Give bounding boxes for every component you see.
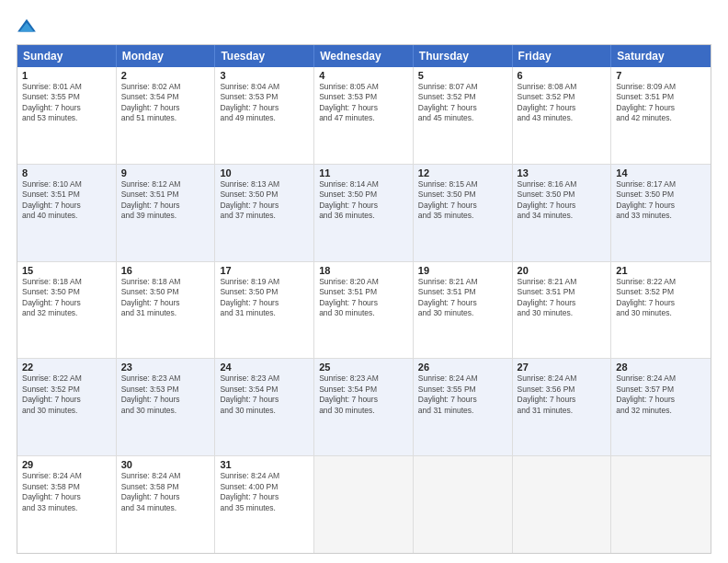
day-number: 16 bbox=[121, 265, 210, 276]
day-info: Sunrise: 8:23 AMSunset: 3:54 PMDaylight:… bbox=[319, 373, 408, 416]
weekday-header: Thursday bbox=[414, 45, 513, 67]
day-number: 5 bbox=[418, 70, 507, 81]
day-info: Sunrise: 8:24 AMSunset: 3:56 PMDaylight:… bbox=[518, 373, 607, 416]
day-info: Sunrise: 8:08 AMSunset: 3:52 PMDaylight:… bbox=[518, 82, 607, 124]
day-info: Sunrise: 8:16 AMSunset: 3:50 PMDaylight:… bbox=[518, 179, 607, 222]
weekday-header: Tuesday bbox=[215, 45, 314, 67]
calendar-cell: 23Sunrise: 8:23 AMSunset: 3:53 PMDayligh… bbox=[117, 359, 216, 455]
calendar-cell: 13Sunrise: 8:16 AMSunset: 3:50 PMDayligh… bbox=[513, 165, 612, 261]
day-info: Sunrise: 8:18 AMSunset: 3:50 PMDaylight:… bbox=[22, 277, 111, 319]
day-info: Sunrise: 8:21 AMSunset: 3:51 PMDaylight:… bbox=[518, 277, 607, 319]
day-number: 8 bbox=[22, 167, 111, 178]
day-info: Sunrise: 8:13 AMSunset: 3:50 PMDaylight:… bbox=[220, 179, 309, 222]
day-info: Sunrise: 8:12 AMSunset: 3:51 PMDaylight:… bbox=[121, 179, 210, 222]
calendar-cell: 22Sunrise: 8:22 AMSunset: 3:52 PMDayligh… bbox=[17, 359, 117, 455]
calendar-header: SundayMondayTuesdayWednesdayThursdayFrid… bbox=[17, 45, 711, 67]
day-number: 7 bbox=[616, 70, 706, 81]
calendar-cell: 17Sunrise: 8:19 AMSunset: 3:50 PMDayligh… bbox=[215, 262, 314, 359]
calendar-row: 22Sunrise: 8:22 AMSunset: 3:52 PMDayligh… bbox=[17, 358, 711, 455]
weekday-header: Wednesday bbox=[314, 45, 414, 67]
calendar-cell: 10Sunrise: 8:13 AMSunset: 3:50 PMDayligh… bbox=[215, 165, 314, 261]
day-number: 11 bbox=[319, 167, 408, 178]
calendar-cell: 30Sunrise: 8:24 AMSunset: 3:58 PMDayligh… bbox=[117, 456, 216, 553]
day-info: Sunrise: 8:24 AMSunset: 3:57 PMDaylight:… bbox=[616, 373, 706, 416]
day-number: 15 bbox=[22, 265, 111, 276]
day-info: Sunrise: 8:05 AMSunset: 3:53 PMDaylight:… bbox=[319, 82, 408, 124]
calendar-row: 29Sunrise: 8:24 AMSunset: 3:58 PMDayligh… bbox=[17, 455, 711, 553]
calendar-cell: 19Sunrise: 8:21 AMSunset: 3:51 PMDayligh… bbox=[414, 262, 513, 359]
calendar-cell: 6Sunrise: 8:08 AMSunset: 3:52 PMDaylight… bbox=[513, 67, 612, 164]
day-number: 21 bbox=[616, 265, 706, 276]
calendar-cell: 14Sunrise: 8:17 AMSunset: 3:50 PMDayligh… bbox=[611, 165, 711, 261]
day-number: 4 bbox=[319, 70, 408, 81]
calendar-body: 1Sunrise: 8:01 AMSunset: 3:55 PMDaylight… bbox=[17, 67, 711, 553]
calendar-cell: 24Sunrise: 8:23 AMSunset: 3:54 PMDayligh… bbox=[215, 359, 314, 455]
calendar-cell: 25Sunrise: 8:23 AMSunset: 3:54 PMDayligh… bbox=[314, 359, 414, 455]
day-number: 13 bbox=[518, 167, 607, 178]
day-info: Sunrise: 8:01 AMSunset: 3:55 PMDaylight:… bbox=[22, 82, 111, 124]
calendar-cell: 21Sunrise: 8:22 AMSunset: 3:52 PMDayligh… bbox=[611, 262, 711, 359]
header bbox=[17, 17, 711, 37]
calendar-cell: 1Sunrise: 8:01 AMSunset: 3:55 PMDaylight… bbox=[17, 67, 117, 164]
day-info: Sunrise: 8:02 AMSunset: 3:54 PMDaylight:… bbox=[121, 82, 210, 124]
day-number: 1 bbox=[22, 70, 111, 81]
day-info: Sunrise: 8:20 AMSunset: 3:51 PMDaylight:… bbox=[319, 277, 408, 319]
day-info: Sunrise: 8:07 AMSunset: 3:52 PMDaylight:… bbox=[418, 82, 507, 124]
day-info: Sunrise: 8:17 AMSunset: 3:50 PMDaylight:… bbox=[616, 179, 706, 222]
day-info: Sunrise: 8:09 AMSunset: 3:51 PMDaylight:… bbox=[616, 82, 706, 124]
day-number: 30 bbox=[121, 459, 210, 470]
calendar-cell: 5Sunrise: 8:07 AMSunset: 3:52 PMDaylight… bbox=[414, 67, 513, 164]
day-number: 26 bbox=[418, 362, 507, 373]
day-number: 2 bbox=[121, 70, 210, 81]
day-info: Sunrise: 8:24 AMSunset: 3:58 PMDaylight:… bbox=[22, 471, 111, 513]
calendar: SundayMondayTuesdayWednesdayThursdayFrid… bbox=[17, 44, 711, 554]
day-number: 19 bbox=[418, 265, 507, 276]
calendar-cell: 3Sunrise: 8:04 AMSunset: 3:53 PMDaylight… bbox=[215, 67, 314, 164]
day-number: 28 bbox=[616, 362, 706, 373]
calendar-cell: 4Sunrise: 8:05 AMSunset: 3:53 PMDaylight… bbox=[314, 67, 414, 164]
weekday-header: Monday bbox=[117, 45, 216, 67]
day-number: 20 bbox=[518, 265, 607, 276]
calendar-cell: 18Sunrise: 8:20 AMSunset: 3:51 PMDayligh… bbox=[314, 262, 414, 359]
day-info: Sunrise: 8:10 AMSunset: 3:51 PMDaylight:… bbox=[22, 179, 111, 222]
weekday-header: Saturday bbox=[611, 45, 711, 67]
day-info: Sunrise: 8:24 AMSunset: 4:00 PMDaylight:… bbox=[220, 471, 309, 513]
day-info: Sunrise: 8:22 AMSunset: 3:52 PMDaylight:… bbox=[22, 373, 111, 416]
day-number: 23 bbox=[121, 362, 210, 373]
page: SundayMondayTuesdayWednesdayThursdayFrid… bbox=[0, 0, 728, 563]
day-number: 22 bbox=[22, 362, 111, 373]
day-number: 6 bbox=[518, 70, 607, 81]
day-number: 27 bbox=[518, 362, 607, 373]
day-info: Sunrise: 8:15 AMSunset: 3:50 PMDaylight:… bbox=[418, 179, 507, 222]
calendar-cell-empty bbox=[611, 456, 711, 553]
calendar-cell: 12Sunrise: 8:15 AMSunset: 3:50 PMDayligh… bbox=[414, 165, 513, 261]
calendar-row: 1Sunrise: 8:01 AMSunset: 3:55 PMDaylight… bbox=[17, 67, 711, 164]
calendar-cell: 26Sunrise: 8:24 AMSunset: 3:55 PMDayligh… bbox=[414, 359, 513, 455]
calendar-cell-empty bbox=[314, 456, 414, 553]
day-number: 25 bbox=[319, 362, 408, 373]
calendar-cell: 28Sunrise: 8:24 AMSunset: 3:57 PMDayligh… bbox=[611, 359, 711, 455]
calendar-cell: 29Sunrise: 8:24 AMSunset: 3:58 PMDayligh… bbox=[17, 456, 117, 553]
calendar-cell: 8Sunrise: 8:10 AMSunset: 3:51 PMDaylight… bbox=[17, 165, 117, 261]
day-info: Sunrise: 8:21 AMSunset: 3:51 PMDaylight:… bbox=[418, 277, 507, 319]
calendar-cell: 15Sunrise: 8:18 AMSunset: 3:50 PMDayligh… bbox=[17, 262, 117, 359]
day-number: 14 bbox=[616, 167, 706, 178]
calendar-row: 8Sunrise: 8:10 AMSunset: 3:51 PMDaylight… bbox=[17, 164, 711, 261]
calendar-cell: 27Sunrise: 8:24 AMSunset: 3:56 PMDayligh… bbox=[513, 359, 612, 455]
weekday-header: Sunday bbox=[17, 45, 117, 67]
day-number: 18 bbox=[319, 265, 408, 276]
calendar-row: 15Sunrise: 8:18 AMSunset: 3:50 PMDayligh… bbox=[17, 261, 711, 359]
day-number: 24 bbox=[220, 362, 309, 373]
day-info: Sunrise: 8:04 AMSunset: 3:53 PMDaylight:… bbox=[220, 82, 309, 124]
calendar-cell: 31Sunrise: 8:24 AMSunset: 4:00 PMDayligh… bbox=[215, 456, 314, 553]
day-info: Sunrise: 8:24 AMSunset: 3:58 PMDaylight:… bbox=[121, 471, 210, 513]
calendar-cell: 20Sunrise: 8:21 AMSunset: 3:51 PMDayligh… bbox=[513, 262, 612, 359]
calendar-cell: 2Sunrise: 8:02 AMSunset: 3:54 PMDaylight… bbox=[117, 67, 216, 164]
day-info: Sunrise: 8:24 AMSunset: 3:55 PMDaylight:… bbox=[418, 373, 507, 416]
day-info: Sunrise: 8:23 AMSunset: 3:53 PMDaylight:… bbox=[121, 373, 210, 416]
weekday-header: Friday bbox=[513, 45, 612, 67]
day-number: 9 bbox=[121, 167, 210, 178]
day-info: Sunrise: 8:22 AMSunset: 3:52 PMDaylight:… bbox=[616, 277, 706, 319]
day-info: Sunrise: 8:14 AMSunset: 3:50 PMDaylight:… bbox=[319, 179, 408, 222]
calendar-cell-empty bbox=[513, 456, 612, 553]
